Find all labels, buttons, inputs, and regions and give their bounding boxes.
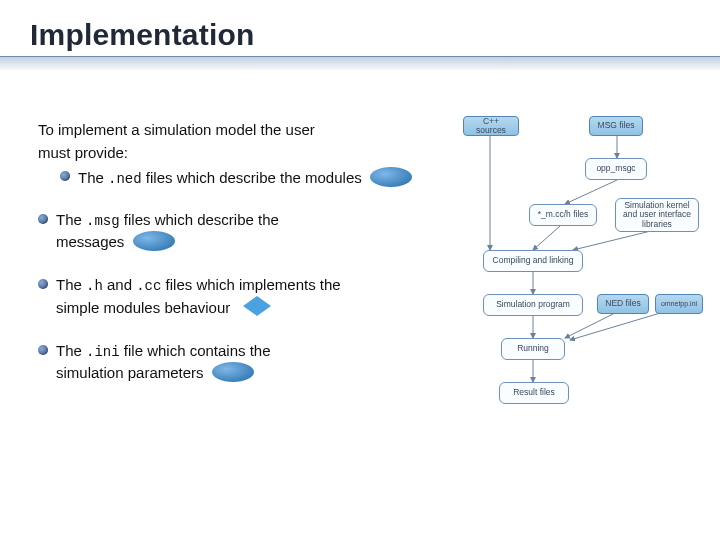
- workflow-diagram: C++ sources MSG files opp_msgc *_m.cc/h …: [445, 108, 705, 428]
- bullet-icon: [38, 279, 48, 289]
- bullet-icon: [38, 345, 48, 355]
- body-content: To implement a simulation model the user…: [38, 120, 428, 383]
- b3-l2: simple modules behaviour: [56, 299, 230, 316]
- bullet-4-text: The .ini file which contains the simulat…: [56, 341, 271, 383]
- page-title: Implementation: [30, 18, 255, 52]
- node-ned-files: NED files: [597, 294, 649, 314]
- b2-pre: The: [56, 211, 86, 228]
- ellipse-icon: [133, 231, 175, 251]
- node-cpp-sources: C++ sources: [463, 116, 519, 136]
- b1-pre: The: [78, 169, 108, 186]
- intro-line-2: must provide:: [38, 143, 428, 163]
- b3-pre: The: [56, 276, 86, 293]
- b3-post: files which implements the: [161, 276, 340, 293]
- node-result-files: Result files: [499, 382, 569, 404]
- svg-line-2: [565, 180, 617, 204]
- b2-code: .msg: [86, 213, 120, 229]
- b2-l2: messages: [56, 233, 124, 250]
- b3-code2: .cc: [136, 278, 161, 294]
- node-sim-kernel: Simulation kernel and user interface lib…: [615, 198, 699, 232]
- b4-l2: simulation parameters: [56, 364, 204, 381]
- b4-pre: The: [56, 342, 86, 359]
- b3-mid: and: [103, 276, 136, 293]
- b4-code: .ini: [86, 344, 120, 360]
- bullet-3-text: The .h and .cc files which implements th…: [56, 275, 341, 319]
- bullet-1-text: The .ned files which describe the module…: [78, 167, 412, 189]
- b3-code1: .h: [86, 278, 103, 294]
- b1-post: files which describe the modules: [142, 169, 362, 186]
- node-running: Running: [501, 338, 565, 360]
- bullet-3: The .h and .cc files which implements th…: [38, 275, 428, 319]
- bullet-2: The .msg files which describe the messag…: [38, 210, 428, 252]
- svg-line-5: [573, 230, 655, 250]
- node-msg-files: MSG files: [589, 116, 643, 136]
- intro-line-1: To implement a simulation model the user: [38, 120, 428, 140]
- b1-code: .ned: [108, 171, 142, 187]
- bullet-1: The .ned files which describe the module…: [60, 167, 428, 189]
- ellipse-icon: [212, 362, 254, 382]
- ellipse-icon: [370, 167, 412, 187]
- bullet-icon: [38, 214, 48, 224]
- node-sim-program: Simulation program: [483, 294, 583, 316]
- diamond-icon: [242, 295, 272, 317]
- bullet-2-text: The .msg files which describe the messag…: [56, 210, 279, 252]
- svg-line-4: [533, 226, 560, 250]
- node-omnetpp-ini: omnetpp.ini: [655, 294, 703, 314]
- node-opp-msgc: opp_msgc: [585, 158, 647, 180]
- title-underline: [0, 56, 720, 70]
- b4-post: file which contains the: [120, 342, 271, 359]
- bullet-icon: [60, 171, 70, 181]
- bullet-4: The .ini file which contains the simulat…: [38, 341, 428, 383]
- b2-post: files which describe the: [120, 211, 279, 228]
- node-compile-link: Compiling and linking: [483, 250, 583, 272]
- node-cc-h-files: *_m.cc/h files: [529, 204, 597, 226]
- svg-marker-0: [243, 296, 271, 316]
